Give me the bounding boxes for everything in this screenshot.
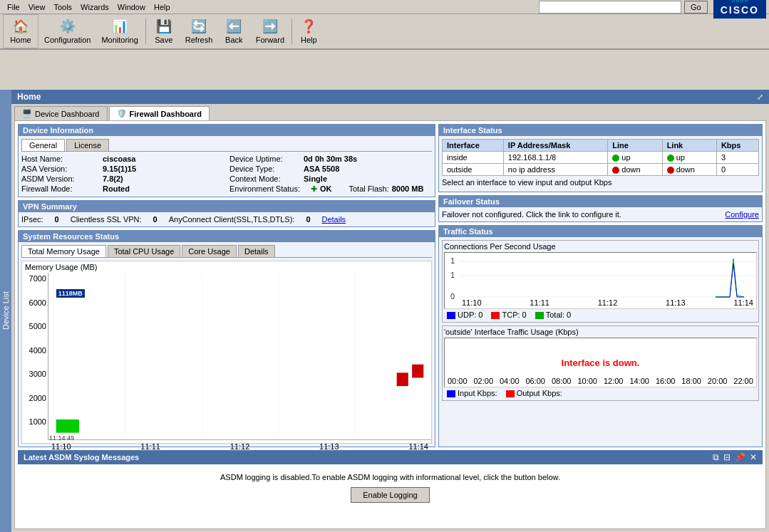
syslog-pin-icon[interactable]: 📌: [735, 452, 745, 462]
asa-version-label: ASA Version:: [21, 165, 100, 173]
syslog-message: ASDM logging is disabled.To enable ASDM …: [26, 473, 754, 481]
interface-down-text: Interface is down.: [562, 358, 640, 368]
vpn-details-link[interactable]: Details: [322, 215, 346, 224]
svg-text:0: 0: [450, 292, 455, 301]
failover-status-panel: Failover Status Failover not configured.…: [438, 195, 763, 222]
tab-general[interactable]: General: [21, 139, 65, 151]
svg-text:1: 1: [450, 271, 455, 279]
home-button[interactable]: 🏠 Home: [3, 14, 38, 48]
firewall-mode-label: Firewall Mode:: [21, 184, 100, 194]
svg-text:1: 1: [450, 256, 455, 265]
tab-license[interactable]: License: [66, 139, 109, 151]
interface-status-panel: Interface Status Interface IP Address/Ma…: [438, 124, 763, 192]
asdm-version-value: 7.8(2): [103, 174, 123, 183]
enable-logging-button[interactable]: Enable Logging: [351, 487, 429, 503]
interface-traffic-title: 'outside' Interface Traffic Usage (Kbps): [444, 328, 757, 336]
total-flash-value: 8000 MB: [392, 184, 424, 194]
configuration-button[interactable]: ⚙️ Configuration: [39, 14, 96, 48]
memory-value-label: 1118MB: [56, 289, 85, 298]
context-mode-value: Single: [304, 174, 327, 183]
device-info-title: Device Information: [19, 125, 435, 136]
env-status-value: OK: [320, 184, 332, 194]
menu-window[interactable]: Window: [113, 1, 150, 13]
menu-help[interactable]: Help: [150, 1, 175, 13]
anyconnect-value: 0: [306, 215, 310, 224]
anyconnect-label: AnyConnect Client(SSL,TLS,DTLS):: [169, 215, 295, 224]
ipsec-label: IPsec:: [21, 215, 43, 224]
vpn-summary-title: VPN Summary: [19, 201, 435, 212]
failover-message: Failover not configured. Click the link …: [442, 210, 621, 219]
col-kbps: Kbps: [716, 140, 758, 152]
system-resources-panel: System Resources Status Total Memory Usa…: [18, 230, 435, 447]
vpn-summary-panel: VPN Summary IPsec: 0 Clientless SSL VPN:…: [18, 200, 435, 227]
uptime-value: 0d 0h 30m 38s: [304, 155, 357, 163]
traffic-status-panel: Traffic Status Connections Per Second Us…: [438, 225, 763, 447]
configure-link[interactable]: Configure: [725, 210, 759, 219]
connections-chart-title: Connections Per Second Usage: [444, 242, 757, 251]
syslog-close-icon[interactable]: ✕: [750, 452, 757, 462]
svg-rect-3: [56, 419, 79, 433]
total-flash-label: Total Flash:: [349, 184, 389, 194]
tab-details[interactable]: Details: [238, 245, 275, 257]
menu-wizards[interactable]: Wizards: [76, 1, 113, 13]
failover-status-title: Failover Status: [439, 196, 762, 207]
menu-tools[interactable]: Tools: [49, 1, 76, 13]
tab-bar: 🖥️ Device Dashboard 🛡️ Firewall Dashboar…: [11, 104, 769, 120]
search-input[interactable]: [539, 1, 681, 14]
menu-view[interactable]: View: [24, 1, 50, 13]
device-dashboard-icon: 🖥️: [22, 109, 32, 118]
svg-rect-1: [397, 372, 408, 386]
refresh-button[interactable]: 🔄 Refresh: [180, 14, 218, 48]
syslog-title: Latest ASDM Syslog Messages: [24, 453, 139, 461]
interface-status-title: Interface Status: [439, 125, 762, 136]
tab-device-dashboard[interactable]: 🖥️ Device Dashboard: [14, 106, 108, 120]
col-interface: Interface: [443, 140, 504, 152]
home-bar: Home ⤢: [11, 90, 769, 104]
syslog-body: ASDM logging is disabled.To enable ASDM …: [18, 464, 763, 511]
home-title: Home: [17, 92, 41, 102]
host-name-label: Host Name:: [21, 155, 100, 163]
traffic-status-title: Traffic Status: [439, 226, 762, 237]
expand-icon[interactable]: ⤢: [757, 93, 763, 102]
env-status-icon: ✚: [311, 184, 317, 194]
syslog-minimize-icon[interactable]: ⊟: [723, 452, 731, 462]
time-label: 11:14:49: [49, 434, 74, 442]
env-status-label: Environment Status:: [229, 184, 308, 194]
chart-title: Memory Usage (MB): [22, 261, 431, 273]
svg-rect-0: [48, 273, 431, 439]
toolbar: 🏠 Home ⚙️ Configuration 📊 Monitoring 💾 S…: [0, 14, 769, 50]
interface-select-note: Select an interface to view input and ou…: [442, 176, 759, 189]
col-link: Link: [662, 140, 716, 152]
device-type-value: ASA 5508: [304, 165, 339, 173]
tab-total-cpu[interactable]: Total CPU Usage: [108, 245, 180, 257]
syslog-restore-icon[interactable]: ⧉: [713, 452, 719, 462]
tab-total-memory[interactable]: Total Memory Usage: [21, 245, 106, 257]
svg-rect-2: [412, 365, 423, 378]
ipsec-value: 0: [55, 215, 59, 224]
save-button[interactable]: 💾 Save: [148, 14, 180, 48]
ssl-value: 0: [153, 215, 158, 224]
go-button[interactable]: Go: [684, 1, 708, 14]
tab-firewall-dashboard[interactable]: 🛡️ Firewall Dashboard: [109, 106, 210, 120]
back-button[interactable]: ⬅️ Back: [218, 14, 249, 48]
firewall-mode-value: Routed: [103, 184, 130, 194]
cisco-logo-text: CISCO: [721, 4, 759, 16]
device-info-panel: Device Information General License Host …: [18, 124, 435, 197]
menu-bar: File View Tools Wizards Window Help Go ⠿…: [0, 0, 769, 14]
tab-core-usage[interactable]: Core Usage: [182, 245, 237, 257]
device-list-side-tab[interactable]: Device List: [0, 90, 11, 532]
interface-table: Interface IP Address/Mask Line Link Kbps: [442, 139, 759, 176]
monitoring-button[interactable]: 📊 Monitoring: [96, 14, 143, 48]
system-resources-title: System Resources Status: [19, 231, 435, 242]
table-row[interactable]: outside no ip address down down 0: [443, 164, 759, 176]
context-mode-label: Context Mode:: [229, 174, 301, 183]
forward-button[interactable]: ➡️ Forward: [250, 14, 289, 48]
syslog-bar: Latest ASDM Syslog Messages ⧉ ⊟ 📌 ✕: [18, 450, 763, 464]
menu-file[interactable]: File: [3, 1, 24, 13]
host-name-value: ciscoasa: [103, 155, 135, 163]
help-button[interactable]: ❓ Help: [294, 14, 323, 48]
table-row[interactable]: inside 192.168.1.1/8 up up 3: [443, 152, 759, 164]
uptime-label: Device Uptime:: [229, 155, 301, 163]
asa-version-value: 9.15(1)15: [103, 165, 136, 173]
col-ip: IP Address/Mask: [503, 140, 608, 152]
